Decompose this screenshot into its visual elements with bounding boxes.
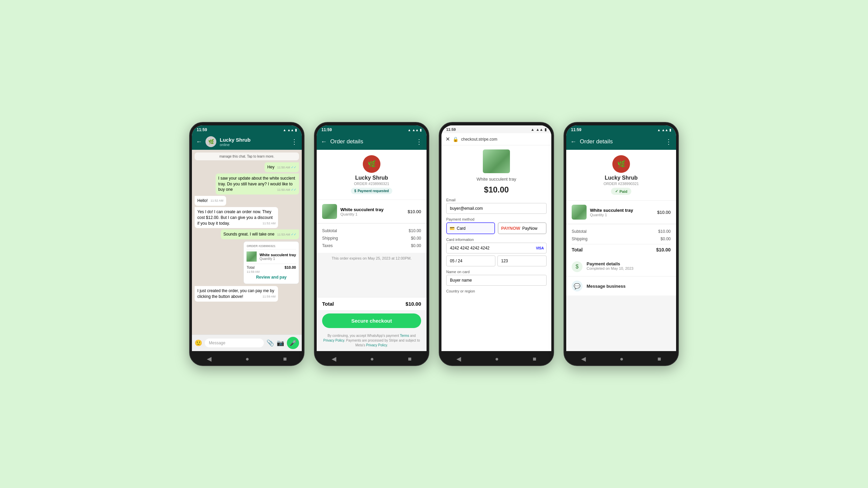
recents-nav-4[interactable]: ■ (651, 354, 668, 364)
subtotal-label-4-1: Shipping (572, 237, 588, 241)
expiry-input[interactable] (446, 256, 495, 266)
message-biz-label-4[interactable]: Message business (587, 284, 626, 289)
subtotal-label-2-1: Shipping (322, 236, 338, 241)
attach-icon[interactable]: 📎 (267, 339, 274, 347)
recents-nav-2[interactable]: ■ (401, 354, 418, 364)
battery-icon-4: ▮ (669, 128, 671, 132)
msg-hello: Hello! 11:52 AM (195, 196, 226, 206)
back-button-2[interactable]: ← (321, 138, 327, 145)
expiry-note-2: This order expires on May 25, 2023 at 12… (317, 253, 427, 264)
back-nav-3[interactable]: ◀ (450, 354, 468, 364)
nav-bar-1: ← 🌿 Lucky Shrub online ⋮ (192, 134, 302, 150)
cvc-input[interactable] (497, 256, 547, 266)
total-val-4: $10.00 (656, 247, 671, 252)
phone-4-paid: 11:59 ▲ ▲▲ ▮ ← Order details ⋮ 🌿 Lucky S… (564, 122, 679, 366)
menu-dots-1[interactable]: ⋮ (291, 138, 298, 146)
msg-yes-i-do: Yes I do! I can create an order now. The… (195, 207, 278, 228)
back-nav-2[interactable]: ◀ (325, 354, 343, 364)
wifi-icon-2: ▲ (408, 128, 411, 132)
status-bar-4: 11:59 ▲ ▲▲ ▮ (566, 125, 676, 134)
status-icons-2: ▲ ▲▲ ▮ (408, 128, 422, 132)
order-card-1: ORDER #238990321 White succulent tray Qu… (243, 241, 299, 284)
review-pay-button[interactable]: Review and pay (246, 273, 296, 281)
paynow-label: PayNow (522, 226, 537, 231)
close-button-3[interactable]: ✕ (446, 136, 450, 142)
home-nav-3[interactable]: ● (488, 354, 506, 364)
order-details-content-4: 🌿 Lucky Shrub ORDER #238990321 ✓ Paid Wh… (566, 150, 676, 351)
email-field-wrapper-3: Email (446, 198, 547, 214)
recents-nav-1[interactable]: ■ (276, 354, 294, 364)
total-bar-2: Total $10.00 (317, 297, 427, 310)
time-2: 11:59 (321, 127, 332, 132)
back-button-1[interactable]: ← (196, 138, 202, 145)
time-4: 11:59 (571, 127, 581, 132)
wifi-icon-4: ▲ (657, 128, 660, 132)
message-biz-row-4: 💬 Message business (566, 277, 676, 296)
secure-checkout-button[interactable]: Secure checkout (322, 313, 421, 328)
stripe-product-price-3: $10.00 (446, 185, 547, 195)
item-price-4: $10.00 (657, 210, 671, 215)
order-details-header-2: 🌿 Lucky Shrub ORDER #238990321 $ Payment… (317, 150, 427, 200)
status-icons-4: ▲ ▲▲ ▮ (657, 128, 671, 132)
badge-label-2: Payment requested (358, 189, 389, 193)
payment-detail-icon-4: $ (572, 261, 583, 272)
camera-icon[interactable]: 📷 (277, 339, 284, 347)
order-num-4: ORDER #238990321 (604, 182, 639, 186)
meta-privacy-link[interactable]: Privacy Policy (366, 343, 387, 347)
contact-name-1: Lucky Shrub (220, 137, 288, 143)
chat-note-1: manage this chat. Tap to learn more. (195, 152, 299, 160)
order-total-label: Total (246, 265, 254, 269)
back-nav-4[interactable]: ◀ (574, 354, 593, 364)
subtotal-section-2: Subtotal $10.00 Shipping $0.00 Taxes $0.… (317, 223, 427, 253)
order-product-row: White succulent tray Quantity 1 (246, 251, 296, 262)
back-nav-1[interactable]: ◀ (200, 354, 218, 364)
back-button-4[interactable]: ← (570, 138, 576, 145)
payment-details-sub-4: Completed on May 10, 2023 (587, 266, 633, 270)
bottom-nav-4: ◀ ● ■ (564, 351, 678, 365)
card-method-button[interactable]: 💳 Card (446, 222, 495, 234)
recents-nav-3[interactable]: ■ (526, 354, 543, 364)
phone-1-chat: 11:59 ▲ ▲▲ ▮ ← 🌿 Lucky Shrub online ⋮ (189, 122, 304, 366)
item-name-2: White succulent tray (340, 207, 404, 212)
status-bar-2: 11:59 ▲ ▲▲ ▮ (317, 125, 427, 134)
order-total-amount: $10.00 (284, 265, 296, 269)
terms-link[interactable]: Terms (400, 334, 409, 338)
subtotal-val-4-0: $10.00 (658, 229, 671, 234)
email-input-3[interactable] (446, 203, 547, 214)
privacy-link-1[interactable]: Privacy Policy (323, 339, 344, 342)
menu-dots-2[interactable]: ⋮ (416, 138, 422, 146)
paynow-method-button[interactable]: PAYNOW PayNow (498, 222, 547, 234)
wifi-icon: ▲ (283, 128, 286, 132)
mic-button[interactable]: 🎤 (287, 337, 299, 349)
card-number-input[interactable] (446, 243, 547, 253)
subtotal-val-2-1: $0.00 (411, 236, 421, 241)
nav-bar-2: ← Order details ⋮ (317, 134, 427, 150)
message-input[interactable]: Message (205, 339, 264, 347)
user-info-1: Lucky Shrub online (220, 137, 288, 147)
stripe-nav-3: ✕ 🔒 checkout.stripe.com (441, 133, 551, 145)
total-amount-2: $10.00 (406, 301, 421, 307)
item-img-2 (322, 204, 337, 219)
order-item-row-4: White succulent tray Quantity 1 $10.00 (566, 201, 676, 224)
country-wrapper-3: Country or region (446, 289, 547, 293)
battery-icon-2: ▮ (420, 128, 422, 132)
home-nav-1[interactable]: ● (239, 354, 256, 364)
name-input[interactable] (446, 275, 547, 286)
home-nav-2[interactable]: ● (363, 354, 381, 364)
card-fields-3: VISA (446, 243, 547, 266)
order-item-row-2: White succulent tray Quantity 1 $10.00 (317, 200, 427, 223)
subtotal-label-2-0: Subtotal (322, 228, 337, 233)
emoji-icon[interactable]: 🙂 (195, 339, 202, 347)
store-name-4: Lucky Shrub (605, 175, 638, 181)
total-label-4: Total (572, 247, 583, 252)
home-nav-4[interactable]: ● (613, 354, 630, 364)
battery-icon-3: ▮ (545, 127, 547, 132)
bottom-nav-3: ◀ ● ■ (439, 351, 553, 365)
time-1: 11:59 (197, 127, 207, 132)
subtotal-row-2-1: Shipping $0.00 (322, 235, 421, 242)
check-icon-4: ✓ (615, 189, 618, 194)
stripe-url-3: checkout.stripe.com (461, 137, 497, 142)
menu-dots-4[interactable]: ⋮ (665, 138, 672, 146)
visa-icon: VISA (536, 246, 544, 250)
signal-icon: ▲▲ (287, 128, 294, 132)
